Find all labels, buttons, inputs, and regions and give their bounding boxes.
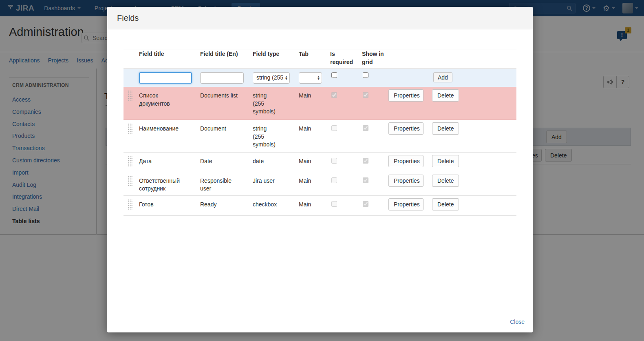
new-field-row: string (255 symbols) ▲▼ ▲▼ Add bbox=[124, 69, 516, 87]
col-field-type: Field type bbox=[251, 49, 297, 61]
new-show-in-grid-checkbox[interactable] bbox=[363, 72, 368, 78]
field-tab: Main bbox=[297, 120, 328, 135]
properties-button[interactable]: Properties bbox=[388, 175, 423, 187]
field-title-en: Document bbox=[200, 125, 226, 133]
drag-handle-icon[interactable] bbox=[128, 156, 133, 167]
is-required-checkbox bbox=[331, 201, 337, 207]
field-type: date bbox=[253, 157, 264, 166]
dialog-body: Field title Field title (En) Field type … bbox=[107, 29, 533, 216]
delete-button[interactable]: Delete bbox=[432, 198, 459, 210]
table-row: Наименование Document string (255 symbol… bbox=[124, 120, 516, 153]
col-actions-2 bbox=[430, 49, 516, 53]
is-required-checkbox bbox=[331, 177, 337, 183]
col-tab: Tab bbox=[297, 49, 328, 61]
close-button[interactable]: Close bbox=[510, 319, 525, 325]
table-header-row: Field title Field title (En) Field type … bbox=[124, 49, 516, 69]
handle-column-header bbox=[124, 49, 137, 53]
field-title-en: Date bbox=[200, 157, 212, 166]
select-stepper-icon: ▲▼ bbox=[317, 75, 320, 80]
field-title: Наименование bbox=[139, 125, 179, 133]
col-field-title-en: Field title (En) bbox=[198, 49, 251, 61]
add-field-button[interactable]: Add bbox=[433, 72, 452, 82]
properties-button[interactable]: Properties bbox=[388, 122, 423, 135]
new-field-title-en-input[interactable] bbox=[200, 72, 244, 84]
field-tab: Main bbox=[297, 172, 328, 188]
table-row: Готов Ready checkbox Main Properties Del… bbox=[124, 196, 516, 216]
show-in-grid-checkbox bbox=[363, 201, 368, 207]
delete-button[interactable]: Delete bbox=[432, 175, 459, 187]
field-tab: Main bbox=[297, 87, 328, 102]
fields-dialog: Fields Field title Field title (En) Fiel… bbox=[107, 7, 533, 332]
field-title: Список документов bbox=[139, 92, 187, 108]
is-required-checkbox bbox=[331, 92, 337, 98]
field-title-en: Ready bbox=[200, 201, 216, 209]
field-title: Ответственный сотрудник bbox=[139, 177, 187, 193]
drag-handle-icon[interactable] bbox=[128, 90, 133, 101]
fields-table: Field title Field title (En) Field type … bbox=[124, 49, 516, 216]
is-required-checkbox bbox=[331, 125, 337, 131]
drag-handle-icon[interactable] bbox=[128, 175, 133, 186]
show-in-grid-checkbox bbox=[363, 158, 368, 164]
table-row: Список документов Documents list string … bbox=[124, 87, 516, 120]
new-field-title-input[interactable] bbox=[139, 72, 192, 84]
field-type: Jira user bbox=[253, 177, 275, 185]
table-row: Ответственный сотрудник Responsible user… bbox=[124, 172, 516, 196]
tab-select[interactable]: ▲▼ bbox=[299, 72, 322, 84]
field-tab: Main bbox=[297, 196, 328, 211]
field-title: Готов bbox=[139, 201, 154, 209]
viewport: JIRA Dashboards Projects Issues CRM Cale… bbox=[0, 0, 644, 341]
field-type: checkbox bbox=[253, 201, 277, 209]
field-type: string (255 symbols) bbox=[253, 92, 280, 116]
drag-handle-icon[interactable] bbox=[128, 123, 133, 134]
col-field-title: Field title bbox=[137, 49, 198, 61]
col-show-in-grid: Show in grid bbox=[362, 50, 385, 66]
field-type-select[interactable]: string (255 symbols) ▲▼ bbox=[253, 72, 290, 84]
field-title-en: Documents list bbox=[200, 92, 238, 100]
delete-button[interactable]: Delete bbox=[432, 89, 459, 102]
delete-button[interactable]: Delete bbox=[432, 122, 459, 135]
col-actions-1 bbox=[386, 49, 430, 53]
select-stepper-icon: ▲▼ bbox=[285, 75, 288, 80]
empty-cell bbox=[386, 69, 430, 75]
field-type: string (255 symbols) bbox=[253, 125, 280, 149]
field-title-en: Responsible user bbox=[200, 177, 238, 193]
dialog-title: Fields bbox=[117, 13, 139, 23]
show-in-grid-checkbox bbox=[363, 177, 368, 183]
show-in-grid-checkbox bbox=[363, 92, 368, 98]
field-title: Дата bbox=[139, 157, 152, 166]
col-is-required: Is required bbox=[330, 50, 358, 66]
is-required-checkbox bbox=[331, 158, 337, 164]
drag-handle-icon[interactable] bbox=[128, 199, 133, 210]
field-tab: Main bbox=[297, 153, 328, 168]
show-in-grid-checkbox bbox=[363, 125, 368, 131]
table-row: Дата Date date Main Properties Delete bbox=[124, 153, 516, 172]
dialog-footer: Close bbox=[107, 311, 533, 332]
dialog-header: Fields bbox=[107, 7, 533, 29]
new-is-required-checkbox[interactable] bbox=[331, 72, 337, 78]
properties-button[interactable]: Properties bbox=[388, 155, 423, 167]
field-type-selected-value: string (255 symbols) bbox=[256, 74, 284, 82]
properties-button[interactable]: Properties bbox=[388, 198, 423, 210]
delete-button[interactable]: Delete bbox=[432, 155, 459, 167]
handle-cell bbox=[124, 69, 137, 75]
properties-button[interactable]: Properties bbox=[388, 89, 423, 102]
